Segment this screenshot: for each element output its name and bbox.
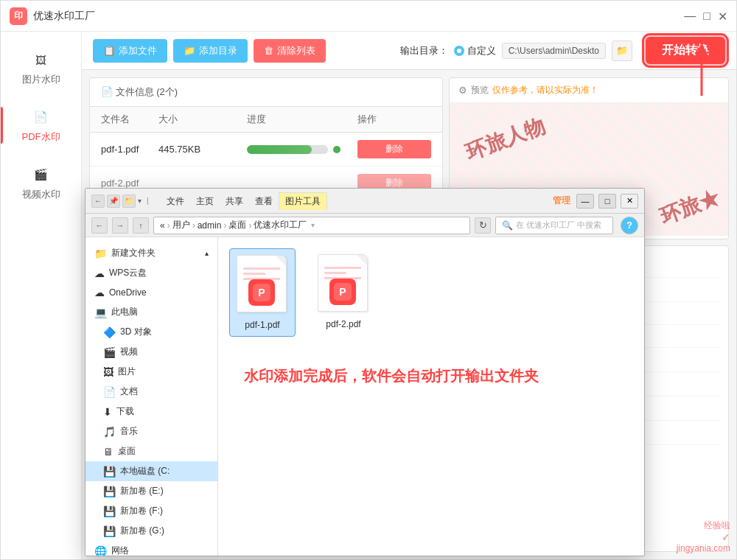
file-info-icon: 📄 — [101, 86, 113, 97]
clear-button[interactable]: 🗑 清除列表 — [254, 39, 326, 63]
explorer-sidebar: 📁 新建文件夹 ▴ ☁ WPS云盘 ☁ OneDrive 💻 此电脑 🔷 3D … — [85, 237, 218, 556]
sidebar-item-drive-e[interactable]: 💾 新加卷 (E:) — [85, 481, 217, 501]
tab-picture-tools[interactable]: 图片工具 — [279, 192, 327, 210]
address-dropdown-icon[interactable]: ▾ — [311, 221, 315, 229]
address-part-app: 优速水印工厂 — [254, 219, 307, 231]
desktop-icon: 🖥 — [103, 446, 113, 458]
collapse-icon[interactable]: ▴ — [205, 249, 209, 257]
watermark-text-2: 环旅★ — [656, 183, 724, 231]
file-list-header: 📄 文件信息 (2个) — [90, 78, 442, 107]
file-size-1: 445.75KB — [158, 144, 247, 155]
browse-folder-button[interactable]: 📁 — [612, 41, 632, 61]
output-radio[interactable]: 自定义 — [454, 44, 496, 57]
gear-icon: ⚙ — [458, 85, 467, 96]
col-action: 操作 — [357, 113, 431, 126]
pdf-watermark-icon: 📄 — [31, 107, 52, 127]
sidebar-item-wps[interactable]: ☁ WPS云盘 — [85, 263, 217, 283]
local-disk-icon: 💾 — [103, 466, 116, 477]
sidebar-item-image-watermark[interactable]: 🖼 图片水印 — [1, 39, 81, 97]
address-part-user: 用户 — [172, 219, 190, 231]
address-bar[interactable]: « › 用户 › admin › 桌面 › 优速水印工厂 ▾ — [153, 217, 470, 234]
file-item-pdf2[interactable]: P pdf-2.pdf — [310, 248, 377, 337]
documents-label: 文档 — [120, 385, 138, 398]
nav-forward-button[interactable]: → — [112, 217, 128, 234]
sidebar-item-new-folder[interactable]: 📁 新建文件夹 ▴ — [85, 243, 217, 263]
radio-dot — [454, 46, 464, 56]
help-button[interactable]: ? — [621, 217, 638, 234]
minimize-button[interactable]: — — [684, 10, 696, 23]
music-label: 音乐 — [120, 425, 138, 438]
start-convert-button[interactable]: 开始转换 — [646, 37, 725, 64]
help-icon: ? — [626, 220, 632, 231]
address-refresh-button[interactable]: ↻ — [475, 217, 491, 234]
drive-f-icon: 💾 — [103, 505, 116, 517]
sidebar-item-video[interactable]: 🎬 视频 — [85, 342, 217, 362]
add-file-button[interactable]: 📋 添加文件 — [93, 39, 167, 63]
video-icon: 🎬 — [103, 346, 116, 358]
col-progress: 进度 — [247, 113, 357, 126]
sidebar-item-desktop[interactable]: 🖥 桌面 — [85, 441, 217, 461]
explorer-window-controls: — □ ✕ — [576, 194, 638, 209]
drive-g-label: 新加卷 (G:) — [120, 525, 164, 537]
watermark-site-url: jingyania.com — [677, 543, 730, 553]
maximize-button[interactable]: □ — [703, 10, 710, 23]
sidebar-item-onedrive[interactable]: ☁ OneDrive — [85, 283, 217, 302]
drive-g-icon: 💾 — [103, 525, 116, 537]
explorer-nav-bar: ← → ↑ « › 用户 › admin › 桌面 › 优速水印工厂 ▾ ↻ 🔍… — [85, 214, 644, 237]
address-part-0: « — [160, 220, 165, 231]
pdf1-logo: P — [248, 279, 275, 306]
nav-back-button[interactable]: ← — [91, 217, 108, 234]
tab-share[interactable]: 共享 — [220, 193, 249, 210]
sidebar-item-pictures[interactable]: 🖼 图片 — [85, 362, 217, 382]
file-name-2: pdf-2.pdf — [101, 178, 158, 189]
sidebar-item-downloads[interactable]: ⬇ 下载 — [85, 402, 217, 421]
pdf2-logo-inner: P — [334, 283, 352, 301]
folder-icon: 📁 — [616, 45, 628, 56]
downloads-icon: ⬇ — [103, 406, 112, 418]
address-part-admin: admin — [198, 220, 222, 231]
file-item-pdf1[interactable]: P pdf-1.pdf — [229, 248, 296, 337]
pdf1-logo-inner: P — [253, 284, 270, 301]
sidebar-item-drive-g[interactable]: 💾 新加卷 (G:) — [85, 521, 217, 541]
this-pc-label: 此电脑 — [111, 306, 138, 318]
sidebar-item-video-watermark[interactable]: 🎬 视频水印 — [1, 154, 81, 211]
music-icon: 🎵 — [103, 426, 116, 438]
sidebar-label-image: 图片水印 — [22, 73, 60, 86]
app-logo: 印 — [10, 7, 27, 25]
pdf2-corner — [357, 255, 367, 265]
tab-view[interactable]: 查看 — [249, 193, 279, 210]
tab-manage[interactable]: 管理 — [553, 195, 570, 207]
pdf2-page: P — [318, 254, 368, 312]
tab-file[interactable]: 文件 — [161, 193, 190, 210]
sidebar-item-pdf-watermark[interactable]: 📄 PDF水印 — [1, 97, 81, 154]
tab-home[interactable]: 主页 — [190, 193, 220, 210]
sidebar-item-this-pc[interactable]: 💻 此电脑 — [85, 302, 217, 322]
hint-text: 水印添加完成后，软件会自动打开输出文件夹 — [229, 359, 633, 393]
toolbar: 📋 添加文件 📁 添加目录 🗑 清除列表 输出目录： 自定义 C:\Users\… — [82, 32, 736, 70]
sidebar-item-local-disk[interactable]: 💾 本地磁盘 (C: — [85, 461, 217, 481]
downloads-label: 下载 — [116, 405, 134, 418]
explorer-body: 📁 新建文件夹 ▴ ☁ WPS云盘 ☁ OneDrive 💻 此电脑 🔷 3D … — [85, 237, 644, 556]
this-pc-icon: 💻 — [94, 307, 107, 318]
sidebar-item-drive-f[interactable]: 💾 新加卷 (F:) — [85, 501, 217, 521]
sidebar-item-documents[interactable]: 📄 文档 — [85, 382, 217, 402]
add-dir-button[interactable]: 📁 添加目录 — [173, 39, 248, 63]
sidebar-label-pdf: PDF水印 — [22, 130, 60, 144]
exp-divider: | — [147, 197, 149, 205]
3d-label: 3D 对象 — [120, 326, 152, 338]
search-bar[interactable]: 🔍 在 优速水印工厂 中搜索 — [495, 217, 613, 234]
nav-up-button[interactable]: ↑ — [133, 217, 149, 234]
explorer-window: ← 📌 📁 ▾ | 文件 主页 共享 查看 图片工具 管理 — □ ✕ ← → … — [85, 188, 645, 556]
explorer-title-icons: ← 📌 📁 ▾ | — [91, 195, 149, 208]
close-button[interactable]: ✕ — [718, 9, 727, 23]
explorer-close-button[interactable]: ✕ — [621, 194, 638, 209]
file-table-header: 文件名 大小 进度 操作 — [90, 107, 442, 133]
pdf1-corner — [276, 256, 286, 266]
explorer-minimize-button[interactable]: — — [576, 194, 594, 209]
explorer-maximize-button[interactable]: □ — [598, 194, 616, 209]
sidebar-item-network[interactable]: 🌐 网络 — [85, 541, 217, 556]
delete-button-1[interactable]: 删除 — [357, 140, 431, 158]
sidebar-item-music[interactable]: 🎵 音乐 — [85, 421, 217, 441]
sidebar-item-3d[interactable]: 🔷 3D 对象 — [85, 322, 217, 342]
output-path: C:\Users\admin\Deskto — [502, 43, 606, 59]
